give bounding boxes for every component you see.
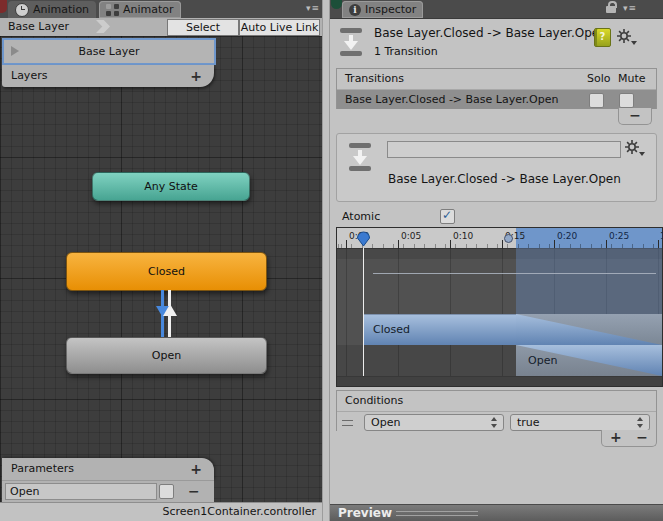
transition-detail-title: Base Layer.Closed -> Base Layer.Open [388, 172, 621, 186]
parameters-header: Parameters + [2, 458, 214, 481]
ruler-tick [346, 240, 347, 248]
transitions-header: Transitions Solo Mute [337, 69, 656, 90]
preview-drag-handle-icon[interactable] [396, 511, 478, 516]
remove-condition-button[interactable]: − [636, 430, 648, 445]
dropdown-arrows-icon [491, 417, 498, 428]
state-node-open[interactable]: Open [66, 337, 267, 374]
parameter-value-checkbox[interactable] [159, 484, 174, 499]
transition-detail-box: Base Layer.Closed -> Base Layer.Open [336, 133, 657, 202]
animator-statusbar: Screen1Container.controller [0, 502, 322, 521]
settings-gear-icon[interactable] [617, 29, 631, 46]
state-machine-graph[interactable]: Base Layer Layers + Any State Closed Ope… [0, 36, 322, 502]
mute-checkbox[interactable] [619, 93, 634, 108]
playhead-line [363, 248, 364, 376]
animator-panel: Animation Animator ▾≡ Base Layer Select … [0, 0, 322, 521]
transition-name-field[interactable] [387, 141, 621, 158]
drag-handle-icon[interactable] [342, 420, 353, 426]
window-edge-decoration [0, 0, 7, 13]
remove-transition-button[interactable]: − [629, 107, 641, 123]
remove-parameter-button[interactable]: − [188, 481, 200, 502]
atomic-label: Atomic [342, 210, 380, 223]
preview-bar[interactable]: Preview [330, 504, 663, 521]
condition-value-dropdown[interactable]: true [510, 414, 650, 431]
add-layer-button[interactable]: + [190, 65, 202, 87]
unity-editor: Animation Animator ▾≡ Base Layer Select … [0, 0, 663, 521]
state-node-label: Closed [148, 265, 185, 278]
info-icon: i [349, 4, 361, 16]
closed-clip-fadeout-wedge[interactable] [516, 314, 662, 345]
condition-value: true [517, 416, 540, 429]
add-parameter-button[interactable]: + [190, 458, 202, 480]
open-clip-label: Open [528, 345, 557, 376]
ruler-tick-label: 0:05 [401, 231, 421, 241]
state-node-any-state[interactable]: Any State [92, 172, 250, 201]
state-node-label: Open [152, 349, 181, 362]
auto-live-link-button[interactable]: Auto Live Link [239, 19, 320, 36]
condition-parameter-dropdown[interactable]: Open [364, 414, 504, 431]
inspector-subtitle: 1 Transition [374, 45, 438, 58]
inspector-panel: i Inspector ▾≡ Base Layer.Closed -> Base… [330, 0, 663, 521]
tab-options-menu-icon[interactable]: ▾≡ [306, 3, 320, 13]
state-node-label: Any State [144, 180, 198, 193]
transition-row-label: Base Layer.Closed -> Base Layer.Open [345, 93, 558, 106]
remove-transition-tab: − [618, 108, 652, 125]
tab-animation[interactable]: Animation [8, 1, 96, 18]
blend-curve-line [373, 273, 656, 274]
solo-checkbox[interactable] [589, 93, 604, 108]
parameter-name-field[interactable]: Open [5, 483, 157, 500]
timeline-ruler[interactable]: 0:00 0:05 0:10 0:15 0:20 0:25 1 [337, 228, 662, 249]
lock-icon[interactable] [606, 6, 616, 13]
transitions-title: Transitions [345, 72, 404, 85]
controller-path-label: Screen1Container.controller [162, 505, 316, 518]
animator-tabbar: Animation Animator ▾≡ [0, 0, 322, 19]
ruler-tick [450, 240, 451, 248]
animator-icon [106, 4, 119, 16]
select-graph-button[interactable]: Select Graph [167, 19, 239, 36]
timeline-bottom-strip [337, 376, 662, 386]
ruler-tick [502, 240, 503, 248]
dropdown-arrows-icon [637, 417, 644, 428]
transition-settings-gear-icon[interactable] [625, 140, 639, 157]
ruler-tick [398, 240, 399, 248]
transition-list-row[interactable]: Base Layer.Closed -> Base Layer.Open [337, 90, 656, 109]
atomic-checkbox[interactable] [440, 209, 455, 224]
condition-row: Open true [337, 412, 656, 432]
timeline-body[interactable]: Closed Open [337, 248, 662, 386]
tab-options-menu-icon[interactable]: ▾≡ [623, 3, 637, 13]
solo-column-label: Solo [587, 69, 611, 88]
mute-column-label: Mute [618, 69, 646, 88]
breadcrumb[interactable]: Base Layer [8, 20, 69, 33]
playhead-marker[interactable] [356, 230, 371, 247]
transition-start-marker[interactable] [504, 234, 513, 243]
ruler-tick-label: 0:20 [557, 231, 577, 241]
layer-item-label: Base Layer [79, 45, 140, 58]
help-icon[interactable]: ? [594, 28, 611, 47]
transition-icon [349, 143, 371, 171]
tab-animator-label: Animator [123, 3, 174, 16]
ruler-tick [554, 240, 555, 248]
preview-label: Preview [338, 506, 392, 520]
ruler-tick [606, 240, 607, 248]
panel-divider[interactable] [322, 0, 330, 521]
add-condition-button[interactable]: + [610, 430, 622, 445]
conditions-section: Conditions Open true [336, 390, 657, 431]
state-node-closed[interactable]: Closed [66, 252, 267, 291]
layer-item-base-layer[interactable]: Base Layer [2, 38, 216, 65]
closed-clip-label: Closed [373, 314, 410, 345]
condition-add-remove-tab: + − [601, 430, 657, 447]
transition-icon [340, 28, 362, 56]
parameters-header-label: Parameters [11, 462, 74, 475]
animator-toolbar: Base Layer Select Graph Auto Live Link [0, 18, 322, 37]
transitions-section: Transitions Solo Mute Base Layer.Closed … [336, 68, 657, 109]
tab-animator[interactable]: Animator [99, 1, 181, 18]
conditions-title: Conditions [345, 394, 403, 407]
clock-icon [15, 3, 29, 17]
tab-inspector[interactable]: i Inspector [342, 1, 423, 18]
arrow-up-icon [163, 304, 177, 316]
transition-timeline[interactable]: 0:00 0:05 0:10 0:15 0:20 0:25 1 [336, 227, 663, 387]
breadcrumb-chevron-icon [96, 20, 110, 33]
ruler-tick-label: 0:10 [453, 231, 473, 241]
ruler-tick [658, 240, 659, 248]
expand-triangle-icon[interactable] [11, 46, 19, 56]
window-edge-decoration [331, 0, 342, 9]
